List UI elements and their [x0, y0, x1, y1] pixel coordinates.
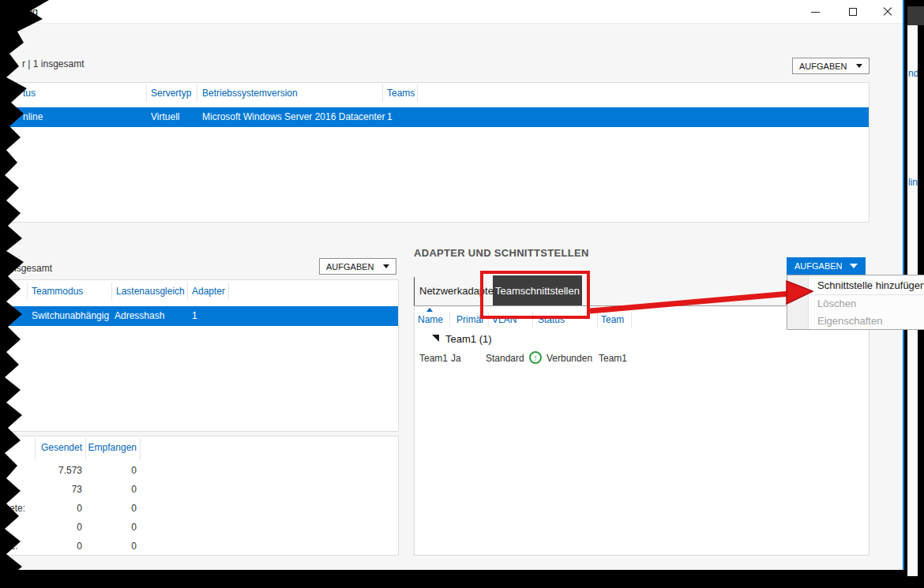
menu-item-loeschen[interactable]: Löschen [817, 295, 856, 313]
maximize-button[interactable] [840, 0, 866, 24]
stat-received: 0 [86, 521, 137, 534]
server-teams-cell: 1 [387, 107, 393, 127]
dropdown-arrow-icon [850, 264, 858, 268]
stat-received: 0 [86, 502, 137, 515]
stat-received: 0 [86, 464, 137, 477]
stat-received: 0 [86, 540, 137, 552]
team-row-selected[interactable]: Switchunabhängig Adresshash 1 [2, 306, 398, 326]
background-window-titlebar [907, 6, 924, 25]
interface-primary-cell: Ja [451, 351, 461, 365]
tab-strip-edge [414, 277, 415, 305]
menu-item-eigenschaften[interactable]: Eigenschaften [817, 313, 882, 330]
column-header-empfangen[interactable]: Empfangen [88, 440, 137, 455]
close-button[interactable] [875, 0, 900, 24]
column-header-name[interactable]: Name [418, 313, 443, 327]
sort-ascending-icon [426, 308, 433, 312]
teams-table: s Teammodus Lastenausgleich Adapter Swit… [0, 279, 399, 432]
server-os-cell: Microsoft Windows Server 2016 Datacenter [202, 107, 385, 127]
server-type-cell: Virtuell [151, 107, 179, 127]
minimize-icon [811, 12, 820, 13]
interface-team-cell: Team1 [599, 351, 627, 365]
statistics-table: Gesendet Empfangen 7.573 0 73 0 kete: 0 … [0, 436, 399, 556]
close-icon [883, 7, 892, 17]
servers-table: tus Servertyp Betriebssystemversion Team… [0, 82, 870, 223]
server-row-selected[interactable]: nline Virtuell Microsoft Windows Server … [2, 107, 869, 127]
team-lb-cell: Adresshash [115, 306, 164, 326]
annotation-arrow [584, 278, 821, 316]
team-adapters-cell: 1 [192, 306, 197, 326]
status-connected-icon: ↑ [529, 351, 542, 364]
interface-name-cell[interactable]: Team1 [419, 351, 448, 365]
titlebar: ang [0, 0, 903, 24]
torn-edge-overlay [0, 0, 55, 588]
column-divider [228, 283, 229, 300]
column-divider [417, 84, 418, 102]
column-divider [111, 283, 112, 300]
adapters-tasks-button[interactable]: AUFGABEN [787, 257, 866, 275]
interface-vlan-cell: Standard [486, 351, 524, 365]
adapters-tasks-label: AUFGABEN [794, 261, 843, 271]
background-text-fragment: lin [908, 177, 918, 188]
screenshot-stage: nd lin ang r | 1 insgesamt AUFGABEN tus … [0, 0, 924, 588]
column-divider [197, 84, 197, 102]
column-divider [382, 84, 383, 102]
column-divider [146, 84, 147, 102]
dropdown-arrow-icon [856, 64, 862, 68]
column-divider [187, 283, 188, 300]
teams-tasks-button[interactable]: AUFGABEN [319, 258, 396, 275]
column-header-servertyp[interactable]: Servertyp [151, 85, 191, 101]
stat-received: 0 [86, 483, 137, 496]
column-header-osversion[interactable]: Betriebssystemversion [202, 85, 298, 101]
group-label[interactable]: Team1 (1) [445, 331, 492, 347]
menu-item-schnittstelle-hinzufuegen[interactable]: Schnittstelle hinzufügen [817, 277, 924, 294]
servers-tasks-label: AUFGABEN [799, 62, 847, 71]
group-expand-icon[interactable] [432, 335, 439, 342]
minimize-button[interactable] [802, 0, 828, 24]
column-divider [140, 438, 141, 460]
background-text-fragment: nd [908, 68, 918, 79]
interfaces-table: Name Primär VLAN Status Team Team1 (1) T… [414, 306, 870, 556]
dropdown-arrow-icon [383, 264, 389, 268]
column-header-lastenausgleich[interactable]: Lastenausgleich [116, 283, 185, 299]
maximize-icon [849, 8, 857, 16]
column-header-adapter[interactable]: Adapter [192, 283, 225, 299]
column-header-teams[interactable]: Teams [387, 85, 415, 101]
column-divider [85, 438, 86, 460]
adapters-heading: ADAPTER UND SCHNITTSTELLEN [414, 247, 589, 259]
interface-status-cell: Verbunden [547, 351, 592, 365]
servers-tasks-button[interactable]: AUFGABEN [792, 58, 870, 74]
column-divider [449, 312, 450, 328]
teams-tasks-label: AUFGABEN [326, 262, 374, 272]
annotation-highlight-box [480, 271, 590, 319]
